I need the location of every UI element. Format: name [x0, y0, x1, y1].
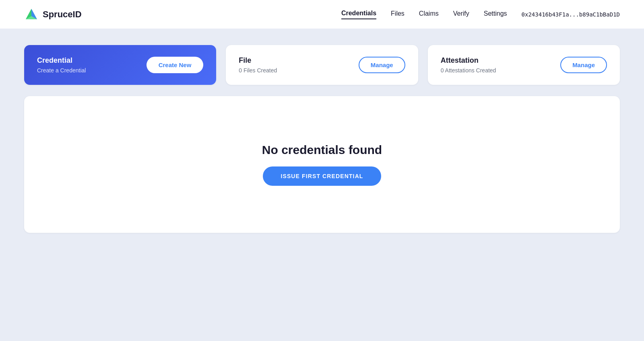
file-manage-button[interactable]: Manage — [359, 57, 405, 73]
nav-links: Credentials Files Claims Verify Settings… — [341, 10, 620, 19]
attestation-card-title: Attestation — [441, 56, 496, 65]
nav-link-credentials[interactable]: Credentials — [341, 10, 376, 19]
attestation-card: Attestation 0 Attestations Created Manag… — [428, 45, 620, 85]
attestation-manage-button[interactable]: Manage — [560, 57, 607, 73]
spruceid-logo-icon — [24, 7, 39, 22]
credential-card-title: Credential — [37, 56, 86, 65]
nav-link-claims[interactable]: Claims — [419, 10, 439, 19]
file-card-info: File 0 Files Created — [239, 56, 277, 74]
nav-link-settings[interactable]: Settings — [484, 10, 507, 19]
nav-link-verify[interactable]: Verify — [453, 10, 469, 19]
nav-link-files[interactable]: Files — [391, 10, 405, 19]
file-card-subtitle: 0 Files Created — [239, 67, 277, 74]
issue-first-credential-button[interactable]: ISSUE FIRST CREDENTIAL — [263, 166, 381, 186]
credential-card-subtitle: Create a Credential — [37, 67, 86, 74]
create-new-button[interactable]: Create New — [147, 57, 204, 73]
logo-area: SpruceID — [24, 7, 82, 22]
wallet-address[interactable]: 0x243416b43F1a...b89aC1bBaD1D — [522, 11, 620, 18]
navbar: SpruceID Credentials Files Claims Verify… — [0, 0, 644, 29]
credential-card: Credential Create a Credential Create Ne… — [24, 45, 216, 85]
main-content: Credential Create a Credential Create Ne… — [0, 29, 644, 249]
logo-text: SpruceID — [43, 9, 82, 20]
attestation-card-info: Attestation 0 Attestations Created — [441, 56, 496, 74]
empty-state-message: No credentials found — [262, 143, 382, 157]
file-card-title: File — [239, 56, 277, 65]
attestation-card-subtitle: 0 Attestations Created — [441, 67, 496, 74]
cards-row: Credential Create a Credential Create Ne… — [24, 45, 620, 85]
content-panel: No credentials found ISSUE FIRST CREDENT… — [24, 96, 620, 233]
file-card: File 0 Files Created Manage — [226, 45, 418, 85]
credential-card-info: Credential Create a Credential — [37, 56, 86, 74]
